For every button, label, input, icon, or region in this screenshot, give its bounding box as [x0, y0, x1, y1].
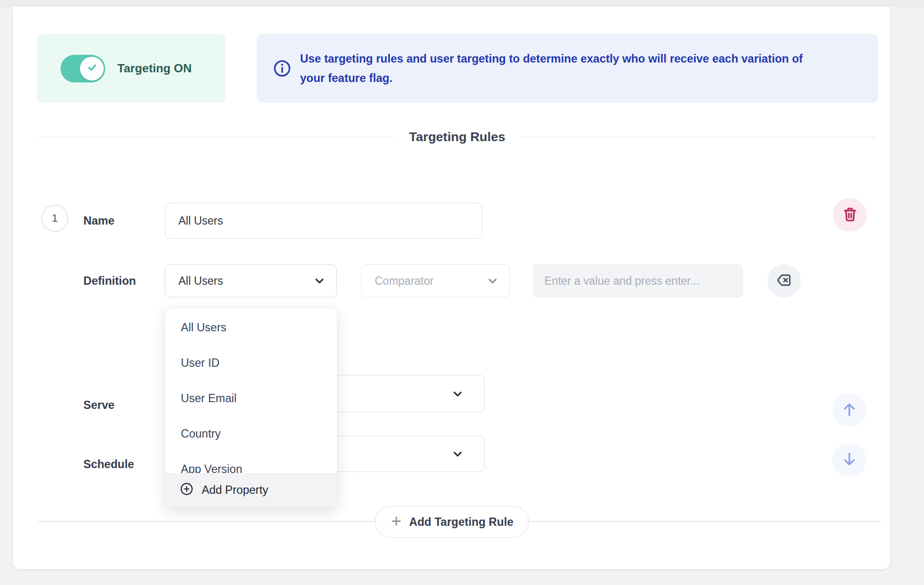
- chevron-down-icon: [487, 276, 498, 286]
- targeting-card: Targeting ON Use targeting rules and use…: [13, 6, 890, 569]
- move-rule-down-button[interactable]: [832, 443, 866, 477]
- check-icon: [86, 61, 98, 76]
- info-icon: [273, 59, 291, 78]
- definition-dropdown-menu: All Users User ID User Email Country App…: [165, 308, 337, 507]
- dropdown-option-all-users[interactable]: All Users: [165, 310, 337, 345]
- dropdown-option-user-id[interactable]: User ID: [165, 345, 337, 381]
- dropdown-option-country[interactable]: Country: [165, 416, 337, 452]
- comparison-value-input[interactable]: [533, 264, 743, 297]
- comparator-select[interactable]: Comparator: [361, 264, 510, 297]
- definition-select[interactable]: All Users: [165, 264, 337, 297]
- info-banner: Use targeting rules and user targeting t…: [257, 34, 878, 103]
- add-targeting-rule-label: Add Targeting Rule: [409, 516, 513, 529]
- name-label: Name: [83, 203, 114, 239]
- plus-circle-icon: [180, 482, 193, 498]
- rule-number-badge: 1: [41, 205, 68, 232]
- info-banner-text: Use targeting rules and user targeting t…: [300, 49, 821, 88]
- clear-definition-button[interactable]: [767, 264, 801, 297]
- divider-line-right: [520, 137, 876, 137]
- trash-icon: [842, 206, 859, 224]
- move-rule-up-button[interactable]: [832, 393, 866, 427]
- chevron-down-icon: [314, 276, 325, 286]
- add-targeting-rule-button[interactable]: Add Targeting Rule: [375, 506, 529, 538]
- arrow-up-icon: [841, 401, 858, 419]
- add-property-label: Add Property: [202, 484, 268, 497]
- comparator-select-placeholder: Comparator: [375, 275, 487, 288]
- serve-label: Serve: [83, 387, 114, 423]
- targeting-toggle-container: Targeting ON: [37, 34, 225, 103]
- targeting-toggle-label: Targeting ON: [117, 62, 191, 75]
- section-header: Targeting Rules: [38, 126, 876, 147]
- divider-line-left: [38, 137, 395, 137]
- add-property-button[interactable]: Add Property: [165, 473, 337, 507]
- targeting-toggle[interactable]: [61, 55, 105, 82]
- delete-rule-button[interactable]: [833, 198, 867, 232]
- definition-select-value: All Users: [178, 275, 314, 288]
- section-title: Targeting Rules: [409, 130, 505, 145]
- schedule-label: Schedule: [83, 446, 134, 482]
- page-background: Targeting ON Use targeting rules and use…: [0, 0, 924, 585]
- chevron-down-icon: [452, 389, 463, 399]
- definition-label: Definition: [83, 264, 136, 297]
- arrow-down-icon: [841, 451, 858, 469]
- dropdown-options-list: All Users User ID User Email Country App…: [165, 308, 337, 487]
- top-edge-strip: [0, 0, 924, 6]
- chevron-down-icon: [452, 449, 463, 459]
- backspace-icon: [776, 272, 793, 290]
- plus-icon: [390, 515, 402, 529]
- dropdown-option-user-email[interactable]: User Email: [165, 381, 337, 416]
- rule-name-input[interactable]: [165, 203, 482, 239]
- toggle-knob: [80, 57, 104, 81]
